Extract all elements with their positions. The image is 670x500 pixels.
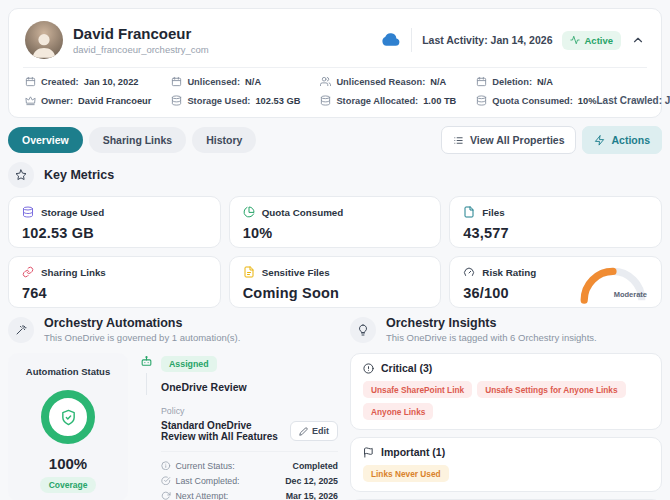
- status-badge: Active: [562, 31, 621, 50]
- last-activity-label: Last Activity:: [422, 34, 488, 46]
- alert-icon: [363, 363, 374, 374]
- flag-icon: [363, 447, 374, 458]
- tabs: OverviewSharing LinksHistory: [8, 127, 256, 153]
- automation-status-title: Automation Status: [16, 366, 120, 377]
- insight-tag-unsafe-settings-for-anyone-links[interactable]: Unsafe Settings for Anyone Links: [477, 381, 625, 398]
- user-email: david_francoeur_orchestry_com: [73, 44, 209, 55]
- metric-card-sensitive-files: Sensitive FilesComing Soon: [229, 256, 442, 308]
- actions-button[interactable]: Actions: [582, 126, 662, 154]
- automation-status-card: Automation Status 100% Coverage: [8, 353, 128, 500]
- metric-card-sharing-links: Sharing Links764: [8, 256, 221, 308]
- assignment-panel: Assigned OneDrive Review Policy Standard…: [140, 353, 338, 500]
- rail-line: [146, 373, 147, 395]
- insight-tags: Unsafe SharePoint LinkUnsafe Settings fo…: [363, 381, 649, 420]
- coverage-ring: [41, 390, 95, 444]
- star-icon: [15, 169, 27, 181]
- last-crawled: Last Crawled: Jan 15, 2026 (1 days ago): [596, 95, 670, 106]
- robot-icon: [140, 355, 153, 368]
- bolt-icon: [594, 135, 605, 146]
- divider: [411, 28, 412, 52]
- activity-icon: [570, 35, 580, 45]
- tabs-row: OverviewSharing LinksHistory View All Pr…: [8, 126, 662, 154]
- user-name: David Francoeur: [73, 25, 209, 42]
- coverage-percent: 100%: [16, 455, 120, 472]
- tab-history[interactable]: History: [192, 127, 256, 153]
- metric-card-storage-used: Storage Used102.53 GB: [8, 196, 221, 248]
- insight-groups: Critical (3)Unsafe SharePoint LinkUnsafe…: [350, 353, 662, 500]
- meta-unlicensed: Unlicensed:N/A: [171, 76, 300, 87]
- assignment-rail: [140, 353, 153, 500]
- pie-icon: [243, 206, 255, 218]
- metric-card-quota-consumed: Quota Consumed10%: [229, 196, 442, 248]
- check-circle-icon: [161, 476, 171, 486]
- automation-name: OneDrive Review: [161, 381, 338, 393]
- bottom-row: Orchestry Automations This OneDrive is g…: [8, 316, 662, 492]
- key-metrics-title: Key Metrics: [44, 168, 114, 182]
- crown-icon: [25, 95, 36, 106]
- metrics-grid: Storage Used102.53 GBQuota Consumed10%Fi…: [8, 196, 662, 308]
- metric-card-risk-rating: Risk Rating36/100Moderate: [449, 256, 662, 308]
- view-all-properties-label: View All Properties: [470, 134, 565, 146]
- database-icon: [22, 206, 34, 218]
- tab-overview[interactable]: Overview: [8, 127, 83, 153]
- calendar-icon: [476, 76, 487, 87]
- metric-card-files: Files43,577: [449, 196, 662, 248]
- automation-status-rows: Current Status:CompletedLast Completed:D…: [161, 458, 338, 500]
- risk-gauge: Moderate: [577, 264, 649, 304]
- insight-tag-unsafe-sharepoint-link[interactable]: Unsafe SharePoint Link: [363, 381, 472, 398]
- refresh-icon: [161, 491, 171, 500]
- calendar-icon: [171, 76, 182, 87]
- risk-gauge-label: Moderate: [614, 290, 647, 299]
- file-icon: [463, 206, 475, 218]
- meta-quota-consumed: Quota Consumed:10%: [476, 95, 596, 106]
- meta-owner: Owner:David Francoeur: [25, 95, 151, 106]
- wand-icon: [15, 324, 27, 336]
- automations-section: Orchestry Automations This OneDrive is g…: [8, 316, 338, 492]
- meta-storage-allocated: Storage Allocated:1.00 TB: [320, 95, 456, 106]
- page: David Francoeur david_francoeur_orchestr…: [0, 0, 670, 500]
- automations-header: Orchestry Automations This OneDrive is g…: [8, 316, 338, 343]
- automations-icon-circle: [8, 317, 34, 343]
- insight-tag-links-never-used[interactable]: Links Never Used: [363, 465, 449, 482]
- insight-tag-anyone-links[interactable]: Anyone Links: [363, 403, 433, 420]
- policy-label: Policy: [161, 406, 338, 416]
- meta-unlicensed-reason: Unlicensed Reason:N/A: [320, 76, 456, 87]
- view-all-properties-button[interactable]: View All Properties: [441, 126, 577, 154]
- chevron-up-icon[interactable]: [631, 33, 645, 47]
- database-icon: [171, 95, 182, 106]
- file-shield-icon: [243, 266, 255, 278]
- list-icon: [453, 135, 464, 146]
- status-badge-label: Active: [584, 35, 613, 46]
- users-icon: [320, 76, 331, 87]
- meta-storage-used: Storage Used:102.53 GB: [171, 95, 300, 106]
- status-row-next-attempt: Next Attempt:Mar 15, 2026: [161, 488, 338, 500]
- profile-header-card: David Francoeur david_francoeur_orchestr…: [8, 8, 662, 118]
- insight-group-critical: Critical (3)Unsafe SharePoint LinkUnsafe…: [350, 353, 662, 430]
- automations-subtitle: This OneDrive is governed by 1 automatio…: [44, 332, 240, 343]
- avatar: [25, 21, 63, 59]
- insights-subtitle: This OneDrive is tagged with 6 Orchestry…: [386, 332, 597, 343]
- policy-name: Standard OneDrive Review with All Featur…: [161, 420, 282, 442]
- tab-sharing-links[interactable]: Sharing Links: [89, 127, 186, 153]
- key-metrics-header: Key Metrics: [8, 162, 662, 188]
- cloud-icon: [381, 30, 401, 50]
- actions-label: Actions: [611, 134, 650, 146]
- last-activity-value: Jan 14, 2026: [491, 34, 553, 46]
- database-icon: [320, 95, 331, 106]
- user-identity: David Francoeur david_francoeur_orchestr…: [73, 25, 209, 55]
- person-silhouette-icon: [28, 27, 60, 59]
- insights-icon-circle: [350, 317, 376, 343]
- metadata-section: Created:Jan 10, 2022Unlicensed:N/AUnlice…: [23, 68, 647, 111]
- profile-header-top: David Francoeur david_francoeur_orchestr…: [23, 17, 647, 67]
- automations-title: Orchestry Automations: [44, 316, 240, 330]
- edit-policy-button[interactable]: Edit: [290, 421, 338, 441]
- bulb-icon: [357, 324, 369, 336]
- last-activity: Last Activity: Jan 14, 2026: [422, 34, 552, 46]
- status-row-last-completed: Last Completed:Dec 12, 2025: [161, 473, 338, 488]
- status-row-current-status: Current Status:Completed: [161, 458, 338, 473]
- meta-deletion: Deletion:N/A: [476, 76, 596, 87]
- key-metrics-icon-circle: [8, 162, 34, 188]
- meta-created: Created:Jan 10, 2022: [25, 76, 151, 87]
- insight-tags: Links Never Used: [363, 465, 649, 482]
- insights-title: Orchestry Insights: [386, 316, 597, 330]
